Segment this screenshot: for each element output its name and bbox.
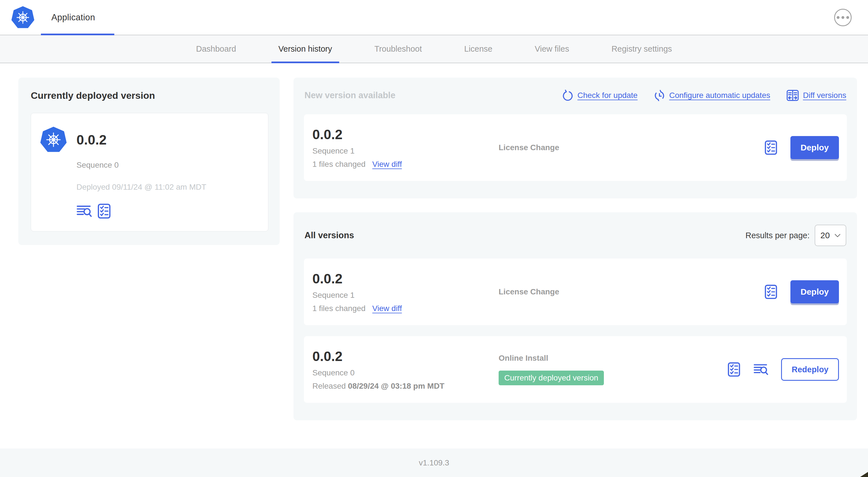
app-version-logo-icon (40, 127, 67, 153)
deploy-logs-icon[interactable] (76, 205, 92, 218)
currently-deployed-badge: Currently deployed version (499, 370, 604, 385)
version-row: 0.0.2 Sequence 0 Released 08/29/24 @ 03:… (304, 336, 847, 403)
version-type-label: License Change (499, 143, 765, 152)
all-versions-title: All versions (305, 230, 354, 240)
tab-dashboard[interactable]: Dashboard (189, 35, 243, 63)
version-row: 0.0.2 Sequence 1 1 files changed View di… (304, 259, 847, 325)
preflight-checks-icon[interactable] (765, 285, 777, 299)
deploy-button[interactable]: Deploy (790, 136, 839, 159)
corner-wedge (860, 472, 868, 477)
tab-troubleshoot[interactable]: Troubleshoot (367, 35, 429, 63)
view-diff-link[interactable]: View diff (372, 160, 402, 169)
version-number: 0.0.2 (312, 349, 499, 364)
app-title-active-underline (41, 34, 114, 35)
deploy-logs-icon[interactable] (753, 363, 768, 376)
app-title: Application (51, 12, 95, 23)
deploy-button[interactable]: Deploy (790, 280, 839, 303)
currently-deployed-section: Currently deployed version (18, 78, 280, 245)
version-number: 0.0.2 (312, 127, 499, 142)
tab-view-files[interactable]: View files (528, 35, 576, 63)
version-sequence: Sequence 1 (312, 291, 499, 300)
tab-bar: Dashboard Version history Troubleshoot L… (0, 35, 868, 63)
new-version-title: New version available (305, 90, 395, 100)
overflow-menu-button[interactable] (834, 9, 851, 26)
right-column: New version available Check for update (293, 78, 857, 420)
deployed-sequence: Sequence 0 (76, 160, 259, 170)
view-diff-link[interactable]: View diff (372, 304, 402, 313)
console-version: v1.109.3 (419, 458, 449, 468)
tab-license[interactable]: License (457, 35, 499, 63)
tab-registry-settings[interactable]: Registry settings (604, 35, 679, 63)
kubernetes-logo-icon (11, 6, 34, 29)
diff-versions-link[interactable]: Diff versions (786, 89, 846, 101)
version-number: 0.0.2 (312, 271, 499, 287)
released-timestamp: Released 08/29/24 @ 03:18 pm MDT (312, 382, 499, 391)
preflight-checks-icon[interactable] (765, 140, 777, 155)
preflight-checks-icon[interactable] (97, 204, 111, 219)
tab-version-history[interactable]: Version history (272, 35, 339, 63)
admin-console-page: Application Dashboard Version history Tr… (0, 0, 868, 477)
main-content: Currently deployed version (0, 63, 868, 448)
currently-deployed-card: 0.0.2 Sequence 0 Deployed 09/11/24 @ 11:… (31, 113, 268, 232)
app-header: Application (0, 0, 868, 35)
version-sequence: Sequence 1 (312, 147, 499, 155)
results-per-page-label: Results per page: (746, 231, 810, 240)
chevron-down-icon (834, 234, 841, 237)
results-per-page-select[interactable]: 20 (815, 225, 846, 246)
preflight-checks-icon[interactable] (727, 362, 740, 377)
deployed-timestamp: Deployed 09/11/24 @ 11:02 am MDT (76, 183, 259, 192)
app-footer: v1.109.3 (0, 448, 868, 477)
deployed-version-number: 0.0.2 (76, 132, 107, 148)
redeploy-button[interactable]: Redeploy (781, 358, 839, 381)
version-type-label: Online Install (499, 354, 727, 363)
diff-icon (786, 89, 799, 101)
version-sequence: Sequence 0 (312, 368, 499, 377)
version-type-label: License Change (499, 287, 765, 296)
ellipsis-icon (837, 16, 839, 19)
currently-deployed-title: Currently deployed version (31, 90, 268, 101)
schedule-update-icon (654, 90, 665, 101)
files-changed-label: 1 files changed (312, 160, 365, 169)
files-changed-label: 1 files changed (312, 304, 365, 313)
check-for-update-link[interactable]: Check for update (562, 90, 638, 101)
new-version-row: 0.0.2 Sequence 1 1 files changed View di… (304, 114, 847, 181)
configure-automatic-updates-link[interactable]: Configure automatic updates (654, 90, 770, 101)
all-versions-section: All versions Results per page: 20 (293, 212, 857, 420)
new-version-section: New version available Check for update (293, 78, 857, 199)
refresh-icon (562, 90, 574, 101)
